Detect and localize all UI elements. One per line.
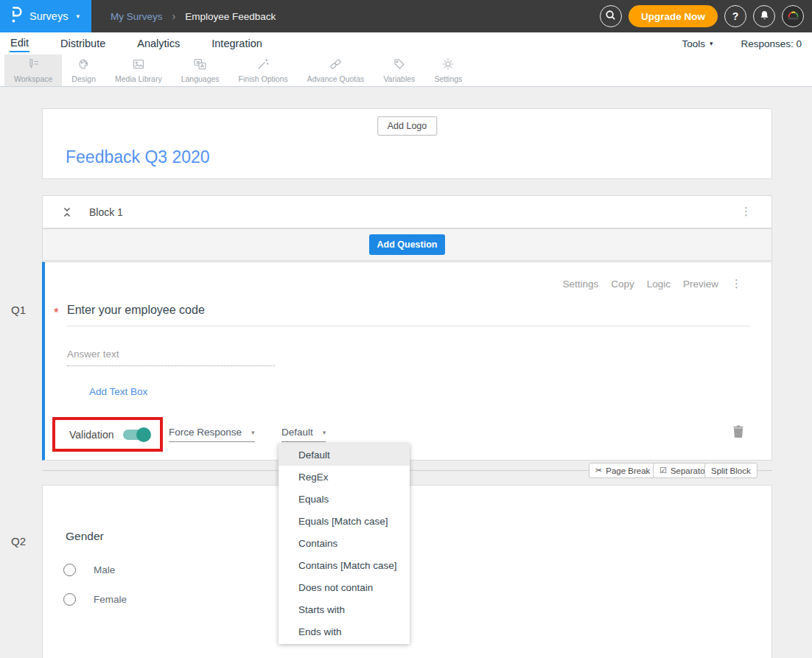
radio-option-male[interactable]: Male: [63, 564, 115, 576]
toolbar-item-label: Languages: [181, 74, 220, 83]
menu-item-equals-match-case[interactable]: Equals [Match case]: [279, 510, 410, 532]
section-tabs: Edit Distribute Analytics Integration To…: [0, 32, 812, 55]
question-card-q1: Settings Copy Logic Preview ⋮ * Enter yo…: [42, 262, 772, 461]
validation-toggle-knob: [136, 427, 151, 442]
question-number-q1: Q1: [11, 304, 26, 316]
toolbar-item-workspace[interactable]: Workspace: [4, 55, 62, 86]
toolbar-item-settings[interactable]: Settings: [424, 55, 472, 86]
menu-item-regex[interactable]: RegEx: [279, 466, 410, 488]
block-title[interactable]: Block 1: [89, 206, 123, 218]
block-header-card: Block 1 ⋮: [42, 195, 772, 228]
breadcrumb-my-surveys[interactable]: My Surveys: [111, 11, 163, 22]
tab-distribute[interactable]: Distribute: [60, 36, 106, 52]
responses-count[interactable]: Responses: 0: [741, 38, 802, 49]
workspace-icon: [27, 58, 40, 73]
help-button[interactable]: ?: [724, 5, 746, 27]
survey-title[interactable]: Feedback Q3 2020: [66, 147, 210, 167]
question-copy-link[interactable]: Copy: [611, 279, 634, 290]
menu-item-contains-match-case[interactable]: Contains [Match case]: [279, 554, 410, 576]
avatar[interactable]: [782, 5, 804, 27]
question-number-q2: Q2: [11, 535, 26, 547]
toolbar-item-design[interactable]: Design: [62, 55, 105, 86]
split-block-button[interactable]: Split Block: [704, 463, 757, 478]
chevron-down-icon: ▾: [76, 13, 80, 20]
add-question-button[interactable]: Add Question: [369, 234, 446, 255]
validation-highlight-box: Validation: [52, 417, 163, 452]
question-text[interactable]: Gender: [66, 530, 104, 543]
force-response-dropdown[interactable]: Force Response ▾: [169, 427, 255, 442]
chevron-down-icon: ▾: [323, 429, 326, 436]
validation-toggle[interactable]: [123, 430, 150, 440]
radio-icon[interactable]: [63, 564, 76, 576]
search-icon: [605, 10, 616, 23]
delete-question-button[interactable]: [733, 425, 743, 441]
split-block-label: Split Block: [711, 466, 751, 475]
radio-option-label: Female: [94, 594, 127, 605]
add-text-box-link[interactable]: Add Text Box: [89, 386, 147, 397]
advance-quotas-icon: [329, 58, 342, 73]
scissors-icon: ✂: [595, 466, 602, 475]
page-break-label: Page Break: [606, 466, 650, 475]
collapse-block-icon[interactable]: [61, 206, 73, 221]
languages-icon: [194, 58, 206, 73]
add-question-strip: Add Question: [42, 228, 772, 261]
question-mark-icon: ?: [732, 10, 739, 22]
menu-item-starts-with[interactable]: Starts with: [279, 598, 410, 620]
bell-icon: [759, 10, 770, 24]
design-icon: [78, 58, 90, 73]
toolbar-item-media-library[interactable]: Media Library: [105, 55, 172, 86]
toolbar-item-finish-options[interactable]: Finish Options: [229, 55, 298, 86]
tab-edit[interactable]: Edit: [10, 35, 29, 52]
validation-label: Validation: [69, 429, 113, 441]
media-library-icon: [133, 58, 144, 73]
toolbar-item-advance-quotas[interactable]: Advance Quotas: [298, 55, 374, 86]
menu-item-contains[interactable]: Contains: [279, 532, 410, 554]
radio-option-female[interactable]: Female: [63, 593, 127, 606]
survey-header-card: Add Logo Feedback Q3 2020: [42, 108, 772, 179]
question-actions: Settings Copy Logic Preview ⋮: [562, 279, 742, 290]
question-logic-link[interactable]: Logic: [647, 279, 671, 290]
topbar-actions: Upgrade Now ?: [600, 0, 804, 32]
chevron-down-icon: ▾: [710, 40, 713, 47]
add-logo-button[interactable]: Add Logo: [377, 116, 438, 136]
question-menu-icon[interactable]: ⋮: [731, 279, 742, 290]
radio-icon[interactable]: [63, 593, 76, 606]
validation-type-dropdown[interactable]: Default ▾: [281, 427, 326, 442]
settings-icon: [442, 58, 454, 73]
tools-menu-label: Tools: [682, 38, 705, 49]
checkbox-icon: ☑: [659, 466, 667, 475]
search-button[interactable]: [600, 5, 622, 27]
variables-icon: [393, 58, 405, 73]
force-response-label: Force Response: [169, 427, 242, 438]
toolbar-item-label: Advance Quotas: [307, 74, 365, 83]
toolbar-item-variables[interactable]: Variables: [374, 55, 424, 86]
tab-analytics[interactable]: Analytics: [136, 36, 181, 52]
chevron-down-icon: ▾: [251, 429, 255, 436]
toolbar-item-label: Variables: [383, 74, 415, 83]
question-settings-link[interactable]: Settings: [562, 279, 598, 290]
breadcrumb-separator-icon: ›: [172, 10, 176, 22]
tools-menu[interactable]: Tools ▾: [682, 38, 713, 49]
menu-item-equals[interactable]: Equals: [279, 488, 410, 510]
notifications-button[interactable]: [753, 5, 775, 27]
block-menu-icon[interactable]: ⋮: [741, 206, 752, 217]
question-preview-link[interactable]: Preview: [683, 279, 718, 290]
app-menu-label: Surveys: [29, 10, 68, 22]
upgrade-now-button[interactable]: Upgrade Now: [629, 5, 718, 27]
toolbar-item-label: Finish Options: [239, 74, 288, 83]
tab-integration[interactable]: Integration: [211, 36, 263, 52]
menu-item-default[interactable]: Default: [279, 444, 410, 466]
toolbar-item-languages[interactable]: Languages: [172, 55, 229, 86]
menu-item-does-not-contain[interactable]: Does not contain: [279, 576, 410, 598]
menu-item-ends-with[interactable]: Ends with: [279, 620, 410, 643]
page-break-button[interactable]: ✂ Page Break: [589, 463, 657, 478]
top-bar: Surveys ▾ My Surveys › Employee Feedback…: [0, 0, 812, 32]
radio-option-label: Male: [94, 564, 115, 575]
questionpro-logo-icon: [10, 5, 23, 27]
breadcrumb-current: Employee Feedback: [185, 11, 276, 22]
question-text[interactable]: Enter your employee code: [67, 304, 205, 317]
answer-text-placeholder[interactable]: Answer text: [67, 349, 119, 360]
avatar-image: [786, 8, 800, 25]
toolbar-item-label: Media Library: [115, 74, 162, 83]
app-menu[interactable]: Surveys ▾: [0, 0, 91, 32]
